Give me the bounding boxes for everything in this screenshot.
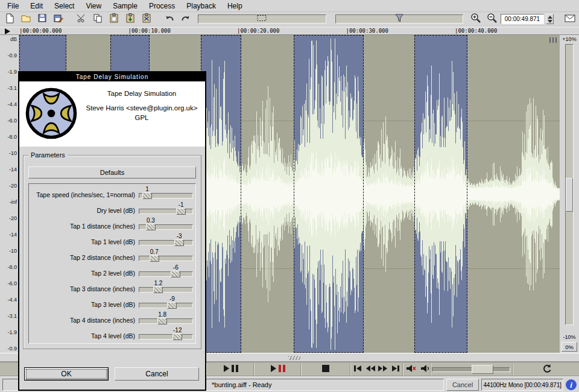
paste-mix-button[interactable] bbox=[123, 13, 137, 25]
stop-icon bbox=[321, 364, 330, 375]
stop-button[interactable] bbox=[302, 363, 349, 376]
paste-button[interactable] bbox=[107, 13, 121, 25]
param-label: Tap 2 distance (inches) bbox=[31, 254, 139, 264]
param-slider[interactable]: -9 bbox=[139, 296, 193, 311]
filter-scrub-bar[interactable] bbox=[335, 14, 464, 24]
zoom-out-icon bbox=[486, 12, 498, 26]
slider-handle[interactable] bbox=[150, 255, 159, 262]
db-label: -1.9 bbox=[7, 329, 17, 335]
menu-file[interactable]: File bbox=[7, 2, 19, 10]
dialog-title-bar[interactable]: Tape Delay Simulation bbox=[19, 72, 205, 81]
menu-edit[interactable]: Edit bbox=[30, 2, 43, 10]
slider-handle[interactable] bbox=[142, 192, 152, 199]
spinner-down-icon[interactable] bbox=[548, 20, 552, 23]
rewind-icon bbox=[365, 365, 376, 374]
paste-xfade-button[interactable] bbox=[139, 13, 153, 25]
resize-grip-icon[interactable] bbox=[288, 356, 300, 360]
slider-trough[interactable] bbox=[139, 240, 193, 245]
save-button[interactable] bbox=[35, 13, 49, 25]
param-slider[interactable]: -6 bbox=[139, 264, 193, 280]
loop-button[interactable] bbox=[539, 363, 555, 376]
fast-forward-button[interactable] bbox=[377, 363, 389, 376]
redo-button[interactable] bbox=[179, 13, 192, 25]
open-button[interactable] bbox=[19, 13, 33, 25]
db-label: -10 bbox=[9, 150, 17, 156]
slider-handle[interactable] bbox=[153, 286, 163, 293]
param-row-4: Tap 2 distance (inches)0.7 bbox=[31, 248, 193, 264]
menu-help[interactable]: Help bbox=[227, 2, 242, 10]
slider-handle[interactable] bbox=[167, 302, 177, 309]
time-display[interactable]: 00:00:49.871 bbox=[501, 14, 544, 24]
slider-thumb[interactable] bbox=[472, 365, 493, 374]
zoom-value: 0% bbox=[565, 344, 574, 350]
selection-scrub-bar[interactable] bbox=[198, 14, 326, 24]
save-as-button[interactable] bbox=[51, 13, 65, 25]
slider-handle[interactable] bbox=[172, 334, 182, 340]
scrollbar-thumb[interactable] bbox=[566, 178, 573, 212]
slider-trough[interactable] bbox=[139, 334, 193, 340]
param-slider[interactable]: 1.8 bbox=[139, 311, 193, 327]
mute-button[interactable] bbox=[404, 363, 417, 376]
slider-trough[interactable] bbox=[139, 271, 193, 277]
slider-handle[interactable] bbox=[146, 224, 156, 230]
slider-handle[interactable] bbox=[174, 239, 184, 246]
pan-grip-icon[interactable] bbox=[549, 37, 557, 43]
parameters-panel: Tape speed (inches/sec, 1=normal)1Dry le… bbox=[28, 183, 196, 344]
redo-icon bbox=[180, 13, 191, 25]
slider-trough[interactable] bbox=[139, 287, 193, 292]
cancel-button[interactable]: Cancel bbox=[115, 367, 199, 381]
cut-button[interactable] bbox=[74, 13, 88, 25]
paste-xfade-icon bbox=[141, 13, 152, 25]
defaults-button[interactable]: Defaults bbox=[28, 166, 196, 179]
menu-select[interactable]: Select bbox=[54, 2, 74, 10]
slider-handle[interactable] bbox=[171, 271, 180, 277]
record-button[interactable] bbox=[563, 13, 577, 25]
zoom-out-button[interactable] bbox=[485, 13, 499, 25]
time-spinner[interactable] bbox=[546, 14, 554, 24]
param-value: -1 bbox=[179, 201, 184, 208]
menu-sample[interactable]: Sample bbox=[113, 2, 138, 10]
param-slider[interactable]: 1 bbox=[139, 186, 193, 201]
param-value: 0.7 bbox=[150, 248, 159, 255]
slider-handle[interactable] bbox=[157, 318, 167, 324]
db-label: -1.9 bbox=[7, 69, 17, 75]
param-slider[interactable]: -12 bbox=[139, 327, 193, 343]
param-slider[interactable]: 0.7 bbox=[139, 248, 193, 264]
param-value: 1 bbox=[145, 186, 149, 192]
rewind-button[interactable] bbox=[364, 363, 376, 376]
scissors-icon bbox=[76, 13, 87, 25]
param-label: Tap 3 level (dB) bbox=[31, 301, 139, 311]
param-slider[interactable]: 0.3 bbox=[139, 217, 193, 233]
status-cancel-button[interactable]: Cancel bbox=[446, 379, 479, 391]
playback-position-slider[interactable] bbox=[432, 363, 510, 376]
timeline-ruler[interactable]: |00:00:00.000|00:00:10.000|00:00:20.000|… bbox=[0, 27, 579, 35]
spinner-up-icon[interactable] bbox=[548, 16, 552, 19]
go-start-button[interactable] bbox=[352, 363, 364, 376]
copy-button[interactable] bbox=[90, 13, 104, 25]
play-all-button[interactable] bbox=[208, 363, 254, 376]
slider-trough[interactable] bbox=[139, 303, 193, 308]
param-value: -9 bbox=[169, 296, 175, 302]
go-end-button[interactable] bbox=[390, 363, 402, 376]
menu-process[interactable]: Process bbox=[149, 2, 175, 10]
slider-handle[interactable] bbox=[176, 208, 186, 215]
db-label: -3.1 bbox=[7, 85, 17, 91]
zoom-in-button[interactable] bbox=[469, 13, 482, 25]
slider-trough[interactable] bbox=[139, 256, 193, 261]
param-slider[interactable]: 1.2 bbox=[139, 280, 193, 296]
slider-trough[interactable] bbox=[432, 367, 510, 372]
undo-button[interactable] bbox=[162, 13, 176, 25]
param-slider[interactable]: -3 bbox=[139, 233, 193, 248]
param-slider[interactable]: -1 bbox=[139, 201, 193, 217]
info-button[interactable]: i bbox=[566, 379, 577, 390]
menu-playback[interactable]: Playback bbox=[186, 2, 216, 10]
ok-button[interactable]: OK bbox=[24, 367, 109, 381]
db-label: -4.4 bbox=[7, 101, 17, 107]
param-row-7: Tap 3 level (dB)-9 bbox=[31, 296, 193, 311]
db-label: -20 bbox=[9, 215, 17, 221]
new-file-button[interactable] bbox=[2, 13, 16, 25]
menu-view[interactable]: View bbox=[86, 2, 101, 10]
vertical-zoom-scrollbar[interactable] bbox=[565, 44, 574, 325]
play-selection-button[interactable] bbox=[255, 363, 301, 376]
application-window: FileEditSelectViewSampleProcessPlaybackH… bbox=[0, 0, 579, 392]
